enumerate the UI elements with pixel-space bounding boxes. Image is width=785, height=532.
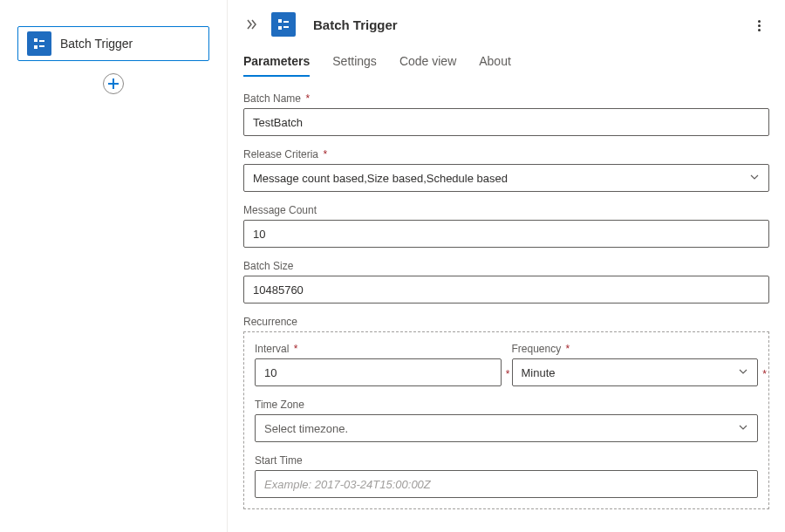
frequency-value: Minute	[522, 366, 556, 379]
svg-rect-1	[34, 45, 38, 49]
timezone-label: Time Zone	[255, 399, 758, 411]
svg-rect-2	[39, 40, 44, 42]
batch-name-label: Batch Name *	[243, 92, 769, 105]
recurrence-group: Interval * * Frequency * Minute *	[243, 331, 769, 509]
add-step-button[interactable]	[103, 73, 124, 94]
batch-icon	[27, 31, 51, 56]
recurrence-label: Recurrence	[243, 316, 769, 328]
svg-rect-3	[39, 45, 44, 47]
start-time-input[interactable]	[255, 470, 758, 498]
svg-rect-0	[34, 38, 38, 42]
chevron-down-icon	[738, 422, 748, 435]
message-count-label: Message Count	[243, 204, 769, 216]
interval-label: Interval *	[255, 343, 502, 355]
frequency-select[interactable]: Minute	[512, 358, 759, 386]
tab-settings[interactable]: Settings	[332, 49, 377, 77]
kebab-icon	[758, 20, 761, 23]
svg-rect-9	[283, 26, 289, 28]
batch-name-input[interactable]	[243, 108, 769, 136]
start-time-label: Start Time	[255, 454, 758, 467]
chevron-down-icon	[738, 366, 748, 379]
chevron-double-right-icon	[246, 18, 258, 31]
svg-rect-6	[278, 19, 282, 23]
timezone-select[interactable]: Select timezone.	[255, 414, 758, 442]
detail-title: Batch Trigger	[313, 17, 748, 32]
interval-input[interactable]	[255, 358, 502, 386]
batch-icon	[271, 12, 296, 37]
tab-parameters[interactable]: Parameters	[243, 49, 310, 77]
required-marker: *	[762, 368, 767, 380]
svg-rect-8	[283, 21, 289, 23]
frequency-label: Frequency *	[512, 343, 759, 355]
release-criteria-label: Release Criteria *	[243, 148, 769, 160]
trigger-card[interactable]: Batch Trigger	[17, 26, 209, 61]
more-menu-button[interactable]	[748, 17, 769, 33]
chevron-down-icon	[749, 172, 760, 185]
release-criteria-value: Message count based,Size based,Schedule …	[253, 172, 508, 185]
release-criteria-select[interactable]: Message count based,Size based,Schedule …	[243, 164, 769, 192]
tab-code-view[interactable]: Code view	[399, 49, 456, 77]
batch-size-input[interactable]	[243, 276, 769, 304]
plus-icon	[108, 78, 119, 89]
message-count-input[interactable]	[243, 220, 769, 248]
svg-rect-7	[278, 26, 282, 30]
required-marker: *	[506, 368, 510, 380]
batch-size-label: Batch Size	[243, 260, 769, 272]
tab-about[interactable]: About	[479, 49, 511, 77]
timezone-value: Select timezone.	[264, 422, 348, 435]
trigger-card-label: Batch Trigger	[60, 37, 133, 51]
collapse-button[interactable]	[243, 16, 261, 33]
svg-rect-5	[108, 83, 119, 85]
